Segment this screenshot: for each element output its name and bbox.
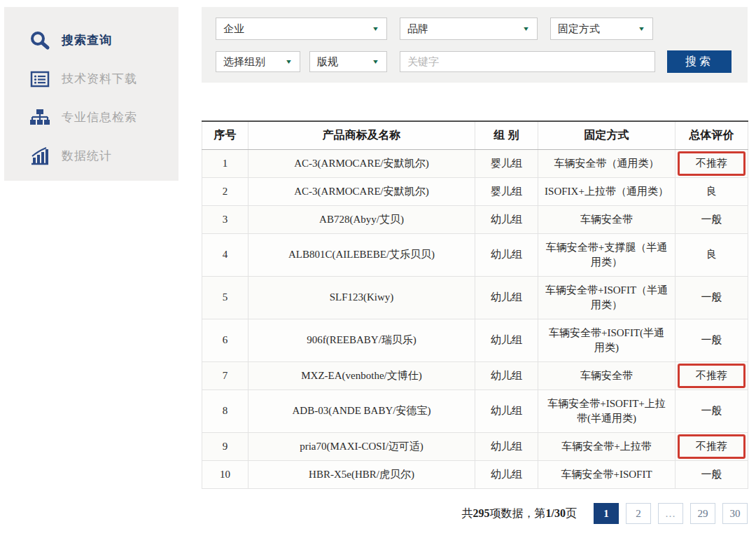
- page-button-30[interactable]: 30: [722, 503, 748, 524]
- page-button-2[interactable]: 2: [626, 503, 651, 524]
- cell-product-name: pria70(MAXI-COSI/迈可适): [248, 432, 475, 460]
- cell-index: 7: [202, 361, 248, 389]
- page-button-29[interactable]: 29: [690, 503, 715, 524]
- cell-product-name: HBR-X5e(HBR/虎贝尔): [248, 460, 475, 488]
- document-list-icon: [29, 69, 50, 90]
- sidebar-item-search-query[interactable]: 搜索查询: [29, 21, 178, 60]
- table-header-row: 序号 产品商标及名称 组 别 固定方式 总体评价: [202, 121, 748, 149]
- results-table-body: 1AC-3(ARMOCARE/安默凯尔)婴儿组车辆安全带（通用类）不推荐2AC-…: [202, 149, 748, 488]
- cell-product-name: 906f(REEBABY/瑞贝乐): [248, 319, 475, 361]
- table-row: 8ADB-03(ANDE BABY/安德宝)幼儿组车辆安全带+ISOFIT+上拉…: [202, 389, 748, 432]
- cell-index: 6: [202, 319, 248, 361]
- search-icon: [29, 30, 50, 51]
- sidebar-item-label: 搜索查询: [62, 32, 112, 48]
- table-row: 4ALB801C(AILEBEBE/艾乐贝贝)幼儿组车辆安全带+支撑腿（半通用类…: [202, 233, 748, 276]
- group-select-value: 选择组别: [223, 55, 265, 69]
- cell-overall-rating: 良: [676, 233, 748, 276]
- page-ellipsis[interactable]: …: [658, 503, 683, 524]
- cell-product-name: ALB801C(AILEBEBE/艾乐贝贝): [248, 233, 475, 276]
- column-header-index: 序号: [202, 121, 248, 149]
- column-header-name: 产品商标及名称: [248, 121, 475, 149]
- cell-product-name: AC-3(ARMOCARE/安默凯尔): [248, 149, 475, 177]
- cell-overall-rating: 一般: [676, 276, 748, 319]
- column-header-rating: 总体评价: [676, 121, 748, 149]
- table-row: 7MXZ-EA(venbothe/文博仕)幼儿组车辆安全带不推荐: [202, 361, 748, 389]
- fixing-method-select[interactable]: 固定方式: [550, 18, 653, 40]
- company-select-value: 企业: [223, 22, 244, 36]
- cell-group: 婴儿组: [475, 149, 538, 177]
- pagination: 共295项数据，第1/30页 1 2 … 29 30: [202, 502, 748, 525]
- pagination-summary: 共295项数据，第1/30页: [462, 506, 577, 521]
- sidebar-item-label: 数据统计: [62, 148, 112, 164]
- sidebar-item-data-statistics[interactable]: 数据统计: [29, 137, 178, 175]
- red-highlight-box: [678, 434, 746, 459]
- search-button[interactable]: 搜索: [667, 50, 732, 73]
- table-row: 1AC-3(ARMOCARE/安默凯尔)婴儿组车辆安全带（通用类）不推荐: [202, 149, 748, 177]
- regulation-version-select[interactable]: 版规: [309, 51, 387, 72]
- cell-fixing-method: 车辆安全带+上拉带: [538, 432, 676, 460]
- cell-index: 4: [202, 233, 248, 276]
- search-query-page: 搜索查询 技术资料下载: [0, 0, 756, 538]
- cell-group: 幼儿组: [475, 319, 538, 361]
- cell-group: 幼儿组: [475, 361, 538, 389]
- company-select[interactable]: 企业: [216, 18, 387, 40]
- cell-fixing-method: 车辆安全带: [538, 361, 676, 389]
- cell-overall-rating: 不推荐: [676, 361, 748, 389]
- cell-overall-rating: 良: [676, 177, 748, 205]
- cell-index: 9: [202, 432, 248, 460]
- cell-fixing-method: 车辆安全带+ISOFIT（半通用类）: [538, 276, 676, 319]
- cell-product-name: AB728(Abyy/艾贝): [248, 205, 475, 233]
- group-select[interactable]: 选择组别: [216, 51, 300, 72]
- cell-overall-rating: 一般: [676, 389, 748, 432]
- cell-product-name: AC-3(ARMOCARE/安默凯尔): [248, 177, 475, 205]
- table-row: 9pria70(MAXI-COSI/迈可适)幼儿组车辆安全带+上拉带不推荐: [202, 432, 748, 460]
- cell-index: 3: [202, 205, 248, 233]
- table-row: 6906f(REEBABY/瑞贝乐)幼儿组车辆安全带+ISOFIT(半通用类)一…: [202, 319, 748, 361]
- cell-product-name: SLF123(Kiwy): [248, 276, 475, 319]
- sidebar-item-pro-info-search[interactable]: 专业信息检索: [29, 98, 178, 137]
- cell-overall-rating: 一般: [676, 319, 748, 361]
- column-header-fixing: 固定方式: [538, 121, 676, 149]
- cell-group: 幼儿组: [475, 233, 538, 276]
- sidebar-item-label: 专业信息检索: [62, 109, 137, 125]
- cell-group: 幼儿组: [475, 276, 538, 319]
- cell-index: 8: [202, 389, 248, 432]
- brand-select[interactable]: 品牌: [400, 18, 538, 40]
- cell-fixing-method: 车辆安全带+ISOFIT: [538, 460, 676, 488]
- filter-panel: 企业 品牌 固定方式 选择组别 版规 搜索: [202, 7, 748, 83]
- cell-fixing-method: 车辆安全带+ISOFIT(半通用类): [538, 319, 676, 361]
- keyword-input[interactable]: [400, 51, 655, 72]
- bar-chart-icon: [29, 146, 50, 167]
- sidebar-item-tech-docs-download[interactable]: 技术资料下载: [29, 60, 178, 98]
- cell-overall-rating: 不推荐: [676, 432, 748, 460]
- cell-fixing-method: 车辆安全带（通用类）: [538, 149, 676, 177]
- regulation-version-select-value: 版规: [317, 55, 338, 69]
- cell-overall-rating: 一般: [676, 460, 748, 488]
- fixing-method-select-value: 固定方式: [558, 22, 600, 36]
- cell-group: 幼儿组: [475, 205, 538, 233]
- cell-overall-rating: 不推荐: [676, 149, 748, 177]
- cell-fixing-method: ISOFIX+上拉带（通用类）: [538, 177, 676, 205]
- results-table: 序号 产品商标及名称 组 别 固定方式 总体评价 1AC-3(ARMOCARE/…: [202, 120, 748, 489]
- cell-fixing-method: 车辆安全带+支撑腿（半通用类）: [538, 233, 676, 276]
- table-row: 3AB728(Abyy/艾贝)幼儿组车辆安全带一般: [202, 205, 748, 233]
- cell-fixing-method: 车辆安全带+ISOFIT+上拉带(半通用类): [538, 389, 676, 432]
- sidebar-item-label: 技术资料下载: [62, 71, 137, 87]
- column-header-group: 组 别: [475, 121, 538, 149]
- cell-group: 婴儿组: [475, 177, 538, 205]
- chevron-down-icon: [522, 25, 530, 32]
- table-row: 10HBR-X5e(HBR/虎贝尔)幼儿组车辆安全带+ISOFIT一般: [202, 460, 748, 488]
- cell-product-name: ADB-03(ANDE BABY/安德宝): [248, 389, 475, 432]
- cell-index: 5: [202, 276, 248, 319]
- page-button-1[interactable]: 1: [594, 503, 619, 524]
- cell-index: 2: [202, 177, 248, 205]
- sitemap-icon: [29, 107, 50, 128]
- cell-group: 幼儿组: [475, 389, 538, 432]
- chevron-down-icon: [372, 58, 379, 65]
- red-highlight-box: [678, 151, 746, 176]
- cell-index: 1: [202, 149, 248, 177]
- cell-overall-rating: 一般: [676, 205, 748, 233]
- cell-product-name: MXZ-EA(venbothe/文博仕): [248, 361, 475, 389]
- sidebar: 搜索查询 技术资料下载: [4, 7, 178, 181]
- cell-group: 幼儿组: [475, 432, 538, 460]
